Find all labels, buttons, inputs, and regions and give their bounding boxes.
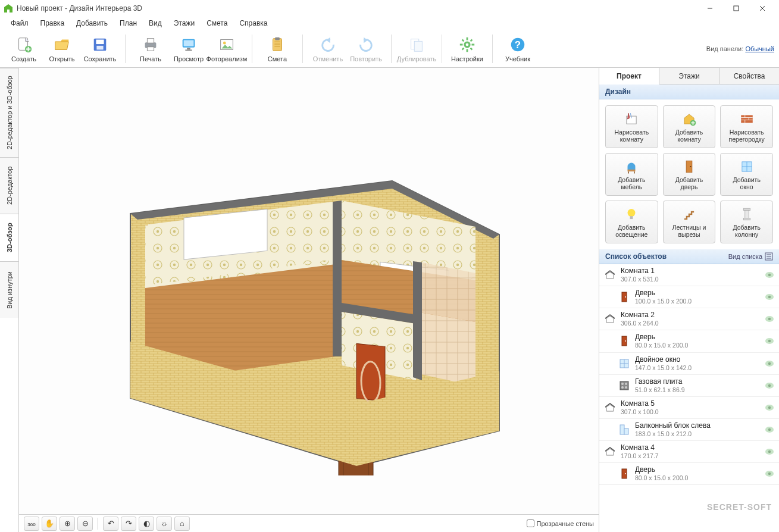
rotleft-button[interactable]: ↶ — [103, 517, 118, 531]
transparent-walls-toggle[interactable]: Прозрачные стены — [527, 520, 594, 527]
draw-room-icon — [623, 111, 640, 127]
panel-tab-floors[interactable]: Этажи — [659, 68, 719, 84]
visibility-eye-icon[interactable] — [765, 448, 774, 455]
create-button[interactable]: Создать — [5, 32, 43, 66]
svg-rect-97 — [624, 428, 628, 434]
object-name: Дверь — [635, 465, 760, 474]
visibility-eye-icon[interactable] — [765, 382, 774, 389]
object-name: Дверь — [635, 289, 760, 298]
zoomout-button[interactable]: ⊖ — [77, 517, 93, 531]
sun-button[interactable]: ☼ — [157, 517, 172, 531]
clipboard-icon — [268, 35, 287, 54]
open-button[interactable]: Открыть — [43, 32, 81, 66]
svg-marker-45 — [416, 312, 475, 386]
menu-1[interactable]: Правка — [35, 17, 71, 29]
window-icon — [739, 158, 755, 175]
object-row[interactable]: Дверь 100.0 x 15.0 x 200.0 — [599, 286, 779, 308]
draw-room-button[interactable]: Нарисовать комнату — [605, 105, 658, 148]
add-window-button[interactable]: Добавить окно — [720, 153, 773, 196]
light-button[interactable]: ◐ — [139, 517, 154, 531]
svg-rect-70 — [743, 218, 750, 220]
view-tab-combo[interactable]: 2D-редактор и 3D-обзор — [0, 68, 18, 157]
view-tab-inside[interactable]: Вид изнутри — [0, 261, 18, 318]
visibility-eye-icon[interactable] — [765, 271, 774, 278]
visibility-eye-icon[interactable] — [765, 470, 774, 477]
object-row[interactable]: Дверь 80.0 x 15.0 x 200.0 — [599, 330, 779, 352]
menu-2[interactable]: Добавить — [70, 17, 114, 29]
object-row[interactable]: Комната 1 307.0 x 531.0 — [599, 264, 779, 286]
pan-hand-icon: ✋ — [45, 519, 54, 528]
visibility-eye-icon[interactable] — [765, 293, 774, 301]
object-name: Комната 1 — [621, 267, 760, 276]
list-view-icon[interactable] — [765, 252, 773, 261]
draw-wall-button[interactable]: Нарисовать перегородку — [720, 105, 773, 148]
save-button[interactable]: Сохранить — [81, 32, 119, 66]
object-row[interactable]: Комната 4 170.0 x 217.7 — [599, 441, 779, 463]
add-column-button[interactable]: Добавить колонну — [720, 201, 773, 243]
rotright-button[interactable]: ↷ — [121, 517, 136, 531]
home-icon: ⌂ — [180, 519, 184, 528]
svg-point-88 — [621, 383, 624, 385]
panel-tab-props[interactable]: Свойства — [719, 68, 779, 84]
panel-tab-project[interactable]: Проект — [599, 68, 659, 85]
zoom-in-icon: ⊕ — [64, 519, 71, 528]
pan-button[interactable]: ✋ — [42, 517, 57, 531]
svg-rect-5 — [96, 45, 103, 49]
object-row[interactable]: Дверь 80.0 x 15.0 x 200.0 — [599, 463, 779, 485]
help-button[interactable]: ?Учебник — [499, 32, 537, 66]
folder-open-icon — [52, 35, 71, 54]
preview-button[interactable]: Просмотр — [170, 32, 208, 66]
panel-mode-link[interactable]: Обычный — [745, 45, 774, 52]
add-light-button[interactable]: Добавить освещение — [605, 201, 658, 243]
visibility-eye-icon[interactable] — [765, 337, 774, 345]
menu-0[interactable]: Файл — [5, 17, 35, 29]
svg-point-99 — [768, 428, 771, 431]
object-row[interactable]: Балконный блок слева 183.0 x 15.0 x 212.… — [599, 419, 779, 441]
svg-rect-11 — [187, 48, 190, 49]
object-dimensions: 306.0 x 264.0 — [621, 320, 760, 327]
minimize-button[interactable] — [697, 0, 723, 17]
help-icon: ? — [508, 35, 527, 54]
objects-list[interactable]: Комната 1 307.0 x 531.0 Дверь 100.0 x 15… — [599, 264, 779, 532]
view-tab-3d[interactable]: 3D-обзор — [0, 214, 18, 261]
add-door-button[interactable]: Добавить дверь — [663, 153, 716, 196]
main-toolbar: СоздатьОткрытьСохранитьПечатьПросмотрФот… — [0, 30, 779, 68]
menu-5[interactable]: Этажи — [168, 17, 201, 29]
object-row[interactable]: Комната 5 307.0 x 100.0 — [599, 397, 779, 419]
transparent-walls-checkbox[interactable] — [527, 520, 534, 527]
column-icon — [739, 206, 755, 223]
estimate-button[interactable]: Смета — [258, 32, 296, 66]
visibility-eye-icon[interactable] — [765, 315, 774, 323]
svg-rect-87 — [620, 381, 628, 390]
menu-4[interactable]: Вид — [143, 17, 168, 29]
settings-button[interactable]: Настройки — [448, 32, 486, 66]
rotate-right-icon: ↷ — [126, 519, 132, 528]
svg-marker-41 — [333, 201, 342, 356]
rot360-button[interactable]: 360 — [24, 517, 39, 531]
menu-3[interactable]: План — [114, 17, 143, 29]
visibility-eye-icon[interactable] — [765, 360, 774, 367]
menu-6[interactable]: Смета — [201, 17, 233, 29]
stairs-cuts-button[interactable]: Лестницы и вырезы — [663, 201, 716, 243]
canvas-3d[interactable]: 付="sena"/> — [19, 68, 599, 514]
add-room-button[interactable]: Добавить комнату — [663, 105, 716, 148]
svg-point-89 — [625, 383, 627, 385]
zoomin-button[interactable]: ⊕ — [60, 517, 75, 531]
svg-point-79 — [768, 318, 771, 320]
objects-header: Список объектов Вид списка — [599, 249, 779, 264]
close-button[interactable] — [749, 0, 775, 17]
view-tab-2d[interactable]: 2D-редактор — [0, 157, 18, 214]
print-button[interactable]: Печать — [132, 32, 170, 66]
design-header: Дизайн — [599, 85, 779, 99]
object-row[interactable]: Двойное окно 147.0 x 15.0 x 142.0 — [599, 353, 779, 375]
visibility-eye-icon[interactable] — [765, 426, 774, 433]
photoreal-button[interactable]: Фотореализм — [208, 32, 246, 66]
add-furniture-button[interactable]: Добавить мебель — [605, 153, 658, 196]
visibility-eye-icon[interactable] — [765, 404, 774, 411]
object-row[interactable]: Газовая плита 51.0 x 62.1 x 86.9 — [599, 375, 779, 397]
room-3d-model: 付="sena"/> — [83, 107, 535, 475]
menu-7[interactable]: Справка — [233, 17, 273, 29]
object-row[interactable]: Комната 2 306.0 x 264.0 — [599, 308, 779, 330]
home-button[interactable]: ⌂ — [174, 517, 190, 531]
maximize-button[interactable] — [723, 0, 749, 17]
